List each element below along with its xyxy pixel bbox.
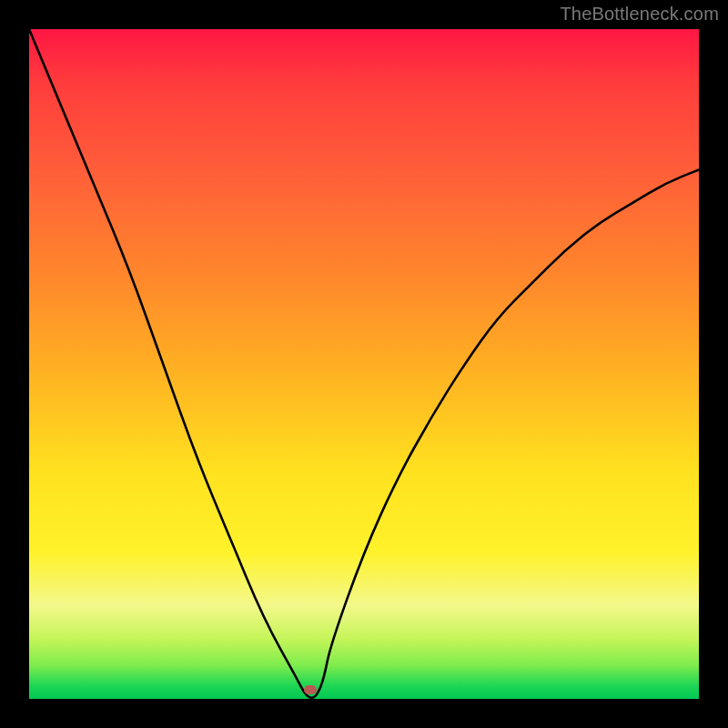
watermark-text: TheBottleneck.com xyxy=(560,4,719,25)
vertex-marker xyxy=(304,685,317,694)
plot-area xyxy=(29,29,699,699)
bottleneck-curve xyxy=(29,29,699,699)
chart-frame: TheBottleneck.com xyxy=(0,0,728,728)
curve-path xyxy=(29,29,699,698)
